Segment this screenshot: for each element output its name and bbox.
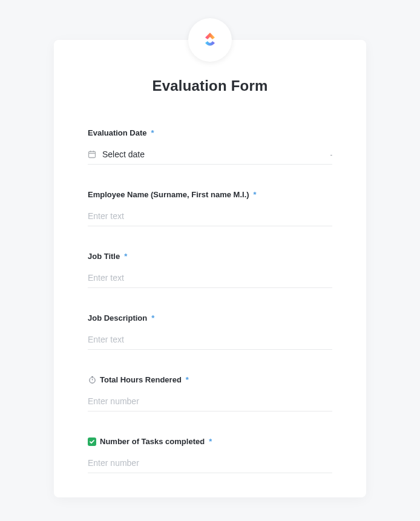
required-mark: * <box>186 375 189 384</box>
label-evaluation-date: Evaluation Date* <box>88 128 332 137</box>
field-evaluation-date: Evaluation Date* Select date - <box>88 128 332 165</box>
date-picker[interactable]: Select date - <box>88 145 332 165</box>
date-picker-placeholder: Select date <box>102 149 324 159</box>
label-text: Job Title <box>88 252 120 261</box>
form-card: Evaluation Form Evaluation Date* Select … <box>54 40 366 497</box>
clickup-logo-icon <box>199 29 221 51</box>
label-job-title: Job Title* <box>88 252 332 261</box>
label-text: Total Hours Rendered <box>100 375 182 384</box>
label-job-description: Job Description* <box>88 313 332 323</box>
svg-point-4 <box>89 378 94 383</box>
input-job-description[interactable] <box>88 330 332 350</box>
label-tasks-completed: Number of Tasks completed* <box>88 437 332 446</box>
caret-icon: - <box>330 151 332 158</box>
input-employee-name[interactable] <box>88 206 332 226</box>
stopwatch-icon <box>88 376 96 384</box>
svg-rect-0 <box>89 152 96 158</box>
field-total-hours: Total Hours Rendered* <box>88 375 332 411</box>
input-job-title[interactable] <box>88 268 332 288</box>
label-employee-name: Employee Name (Surname, First name M.I.)… <box>88 190 332 199</box>
required-mark: * <box>151 128 154 137</box>
label-text: Number of Tasks completed <box>100 437 205 446</box>
label-text: Evaluation Date <box>88 128 147 137</box>
required-mark: * <box>151 313 154 323</box>
label-text: Employee Name (Surname, First name M.I.) <box>88 190 249 199</box>
checkbox-icon <box>88 437 96 446</box>
input-tasks-completed[interactable] <box>88 453 332 473</box>
field-job-title: Job Title* <box>88 252 332 288</box>
required-mark: * <box>209 437 212 446</box>
calendar-icon <box>88 150 96 159</box>
label-text: Job Description <box>88 313 147 323</box>
required-mark: * <box>254 190 257 199</box>
required-mark: * <box>124 252 127 261</box>
field-job-description: Job Description* <box>88 313 332 350</box>
logo-container <box>188 18 232 62</box>
input-total-hours[interactable] <box>88 392 332 411</box>
field-tasks-completed: Number of Tasks completed* <box>88 437 332 473</box>
field-employee-name: Employee Name (Surname, First name M.I.)… <box>88 190 332 226</box>
label-total-hours: Total Hours Rendered* <box>88 375 332 384</box>
